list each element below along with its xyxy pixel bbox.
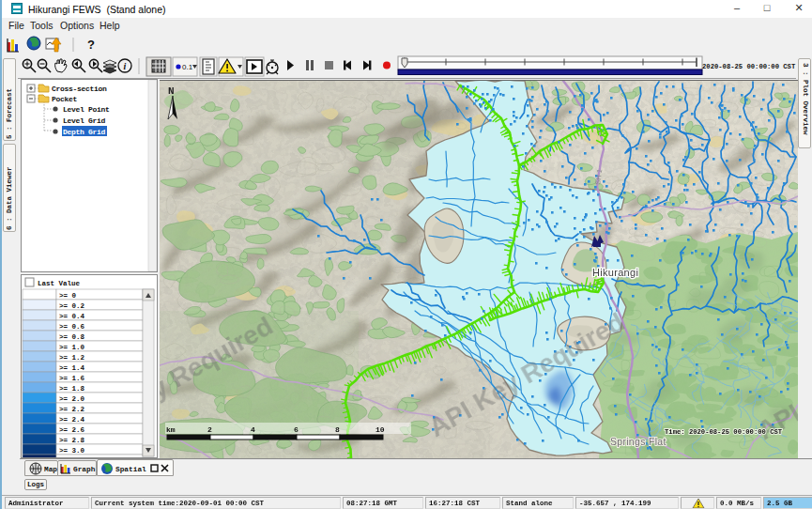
svg-text:Pocket: Pocket [52,95,78,103]
svg-text:>= 0.2: >= 0.2 [59,302,85,310]
svg-text:i: i [124,61,127,71]
svg-text:4: 4 [251,425,255,434]
svg-text:2: 2 [207,425,212,434]
svg-text:Map: Map [44,466,57,473]
svg-text:Springs Flat: Springs Flat [610,436,666,447]
svg-text:N: N [168,85,175,97]
svg-text:Graph: Graph [73,466,96,473]
svg-text:km: km [166,425,176,434]
svg-text:0.1: 0.1 [182,63,193,71]
svg-text:>= 0.8: >= 0.8 [59,333,85,341]
svg-text:Time: 2020-08-25 00:00:00 CST: Time: 2020-08-25 00:00:00 CST [665,428,783,436]
svg-text:Spatial: Spatial [115,466,146,473]
svg-text:>= 0: >= 0 [59,292,77,300]
svg-text:>= 1.4: >= 1.4 [59,364,85,372]
svg-text:8: 8 [335,425,340,434]
svg-text:10: 10 [375,425,385,434]
svg-text:Depth Grid: Depth Grid [63,128,106,136]
svg-text:Last Value: Last Value [38,280,81,287]
svg-text:>= 2.8: >= 2.8 [59,437,85,444]
svg-text:>= 2.4: >= 2.4 [59,416,85,424]
svg-text:>= 1.8: >= 1.8 [59,385,85,393]
svg-text:Level Point: Level Point [63,105,110,114]
svg-text:Cross-section: Cross-section [52,85,107,93]
svg-text:Hikurangi: Hikurangi [592,267,638,278]
svg-text:>= 3.2: >= 3.2 [59,457,85,458]
svg-text:>= 0.6: >= 0.6 [59,323,85,331]
svg-text:2020-08-25 00:00:00 CST: 2020-08-25 00:00:00 CST [702,63,796,70]
svg-text:>= 1.6: >= 1.6 [59,375,85,382]
svg-text:>= 2.6: >= 2.6 [59,426,85,434]
svg-text:>= 1.2: >= 1.2 [59,354,85,362]
svg-text:>= 2.0: >= 2.0 [59,395,85,403]
svg-text:Level Grid: Level Grid [63,116,106,125]
svg-text:>= 2.2: >= 2.2 [59,406,85,413]
svg-text:>= 1.0: >= 1.0 [59,344,85,351]
svg-text:6: 6 [294,425,299,434]
svg-text:>= 0.4: >= 0.4 [59,313,85,320]
svg-text:>= 3.0: >= 3.0 [59,447,85,455]
svg-text:?: ? [87,38,95,52]
